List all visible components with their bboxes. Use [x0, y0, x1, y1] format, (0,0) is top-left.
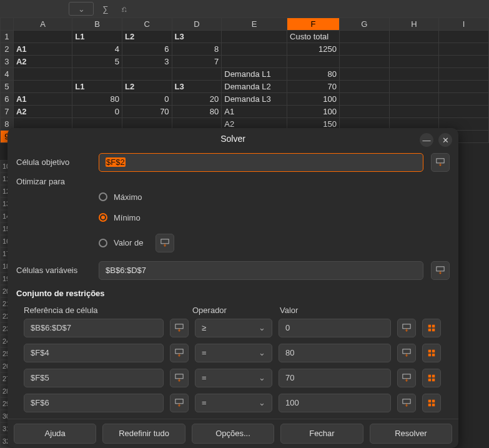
toolbar-icon-1[interactable]: ∑	[99, 2, 112, 16]
constraint-val-input[interactable]: 100	[279, 394, 391, 412]
close-button[interactable]: ✕	[438, 133, 452, 147]
cell[interactable]	[339, 56, 389, 68]
col-header-F[interactable]: F	[287, 18, 340, 31]
constraint-op-select[interactable]: =⌄	[195, 344, 272, 362]
radio-min[interactable]: Mínimo	[99, 213, 450, 222]
shrink-icon[interactable]	[397, 344, 416, 362]
shrink-icon[interactable]	[170, 344, 189, 362]
cell[interactable]: 0	[122, 93, 172, 106]
cell[interactable]	[339, 43, 389, 56]
col-header-D[interactable]: D	[172, 18, 222, 31]
constraint-val-input[interactable]: 80	[279, 344, 391, 362]
name-box-dropdown[interactable]: ⌄	[69, 2, 94, 16]
cell[interactable]	[439, 93, 489, 106]
cell[interactable]: 5	[72, 56, 122, 68]
minimize-button[interactable]: —	[420, 133, 433, 147]
constraint-ref-input[interactable]: $B$6:$D$7	[24, 319, 164, 337]
cell[interactable]: 100	[287, 93, 340, 106]
cell[interactable]	[389, 56, 439, 68]
cell[interactable]	[389, 43, 439, 56]
cell[interactable]	[439, 43, 489, 56]
cell[interactable]	[222, 31, 287, 43]
shrink-icon[interactable]	[170, 394, 189, 412]
cell[interactable]	[13, 68, 72, 81]
cell[interactable]	[439, 56, 489, 68]
col-header-C[interactable]: C	[122, 18, 172, 31]
shrink-icon-vars[interactable]	[431, 261, 450, 280]
cell[interactable]	[389, 93, 439, 106]
cell[interactable]: 70	[122, 106, 172, 118]
cell[interactable]	[389, 81, 439, 93]
col-header-E[interactable]: E	[222, 18, 287, 31]
shrink-icon[interactable]	[397, 369, 416, 387]
cell[interactable]	[172, 68, 222, 81]
corner-cell[interactable]	[1, 18, 14, 31]
cell[interactable]	[439, 31, 489, 43]
shrink-icon-target[interactable]	[431, 153, 450, 172]
delete-constraint-icon[interactable]	[422, 319, 441, 337]
constraint-ref-input[interactable]: $F$6	[24, 394, 164, 412]
cell[interactable]: Demanda L1	[222, 68, 287, 81]
shrink-icon[interactable]	[170, 319, 189, 337]
cell[interactable]: 70	[287, 81, 340, 93]
cell[interactable]: L1	[72, 81, 122, 93]
cell[interactable]: L3	[172, 81, 222, 93]
cell[interactable]: L2	[122, 81, 172, 93]
cell[interactable]: L3	[172, 31, 222, 43]
cell[interactable]: 1250	[287, 43, 340, 56]
constraint-op-select[interactable]: ≥⌄	[195, 319, 272, 337]
cell[interactable]: L1	[72, 31, 122, 43]
help-button[interactable]: Ajuda	[14, 424, 96, 444]
constraint-ref-input[interactable]: $F$5	[24, 369, 164, 387]
cell[interactable]: 4	[72, 43, 122, 56]
row-header[interactable]: 5	[1, 81, 14, 93]
cell[interactable]	[439, 106, 489, 118]
cell[interactable]: 80	[72, 93, 122, 106]
cell[interactable]	[13, 31, 72, 43]
cell[interactable]: L2	[122, 31, 172, 43]
cell[interactable]	[339, 81, 389, 93]
col-header-H[interactable]: H	[389, 18, 439, 31]
cell[interactable]: 20	[172, 93, 222, 106]
row-header[interactable]: 2	[1, 43, 14, 56]
delete-constraint-icon[interactable]	[422, 369, 441, 387]
row-header[interactable]: 3	[1, 56, 14, 68]
radio-valueof[interactable]: Valor de	[99, 238, 143, 247]
cell[interactable]	[287, 56, 340, 68]
cell[interactable]	[439, 68, 489, 81]
cell[interactable]: Demanda L2	[222, 81, 287, 93]
cell[interactable]	[339, 68, 389, 81]
constraint-val-input[interactable]: 0	[279, 319, 391, 337]
shrink-icon[interactable]	[170, 369, 189, 387]
shrink-icon[interactable]	[397, 394, 416, 412]
cell[interactable]: A2	[13, 106, 72, 118]
close-dialog-button[interactable]: Fechar	[280, 424, 363, 444]
row-header[interactable]: 1	[1, 31, 14, 43]
row-header[interactable]: 4	[1, 68, 14, 81]
cell[interactable]: Custo total	[287, 31, 340, 43]
cell[interactable]: Demanda L3	[222, 93, 287, 106]
toolbar-icon-2[interactable]: ⎌	[117, 2, 131, 16]
cell[interactable]: A1	[13, 93, 72, 106]
cell[interactable]: 0	[72, 106, 122, 118]
cell[interactable]: 3	[122, 56, 172, 68]
cell[interactable]: 8	[172, 43, 222, 56]
constraint-op-select[interactable]: =⌄	[195, 369, 272, 387]
solve-button[interactable]: Resolver	[370, 424, 452, 444]
grid[interactable]: ABCDEFGHI 1L1L2L3Custo total2A146812503A…	[0, 17, 489, 143]
cell[interactable]: 6	[122, 43, 172, 56]
cell[interactable]: 7	[172, 56, 222, 68]
cell[interactable]	[339, 106, 389, 118]
cell[interactable]	[389, 68, 439, 81]
options-button[interactable]: Opções...	[192, 424, 274, 444]
shrink-icon-valueof[interactable]	[156, 234, 174, 252]
vars-input[interactable]: $B$6:$D$7	[99, 261, 423, 280]
constraint-ref-input[interactable]: $F$4	[24, 344, 164, 362]
reset-button[interactable]: Redefinir tudo	[102, 424, 185, 444]
cell[interactable]	[339, 31, 389, 43]
radio-max[interactable]: Máximo	[99, 192, 450, 202]
cell[interactable]: 80	[172, 106, 222, 118]
cell[interactable]	[72, 68, 122, 81]
col-header-G[interactable]: G	[339, 18, 389, 31]
col-header-I[interactable]: I	[439, 18, 489, 31]
